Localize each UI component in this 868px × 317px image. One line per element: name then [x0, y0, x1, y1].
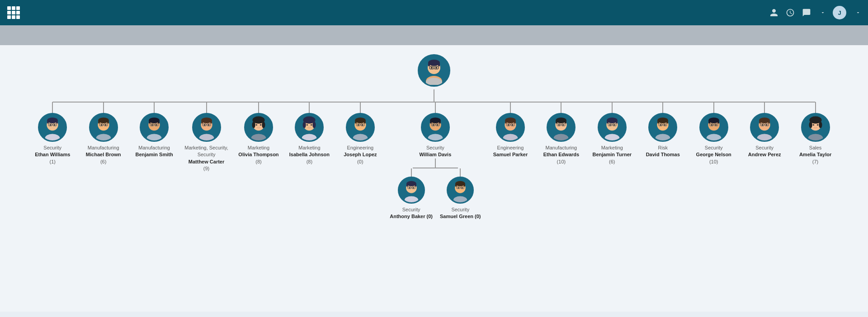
child-vline-13	[764, 102, 765, 113]
chat-icon[interactable]	[802, 8, 811, 17]
node-root[interactable]	[414, 54, 454, 89]
svg-point-20	[54, 124, 55, 126]
company-selector[interactable]	[818, 10, 826, 15]
svg-point-79	[358, 124, 359, 126]
child-wrapper-0: SecurityEthan Williams(1)	[28, 102, 77, 165]
svg-point-190	[816, 124, 818, 126]
child-node-13[interactable]: SecurityAndrew Perez	[744, 113, 785, 158]
sub-child-vline-0	[411, 168, 412, 177]
svg-point-61	[252, 121, 255, 128]
svg-point-64	[260, 124, 261, 126]
svg-point-173	[757, 134, 772, 142]
child-node-10[interactable]: MarketingBenjamin Turner(6)	[592, 113, 632, 165]
svg-rect-177	[768, 120, 770, 124]
svg-point-71	[307, 124, 308, 126]
svg-point-80	[362, 124, 363, 126]
child-wrapper-6: EngineeringJoseph Lopez(0)	[335, 102, 385, 165]
child-name-8: Samuel Parker	[493, 151, 528, 158]
svg-rect-122	[514, 120, 516, 124]
children-row: SecurityEthan Williams(1) ManufacturingM…	[27, 102, 841, 220]
child-name-0: Ethan Williams	[35, 151, 70, 158]
sub-child-vline-1	[460, 168, 461, 177]
svg-point-112	[458, 187, 459, 188]
sub-child-node-0[interactable]: SecurityAnthony Baker (0)	[390, 177, 433, 220]
child-avatar-4	[244, 113, 273, 142]
child-vline-14	[815, 102, 816, 113]
svg-point-58	[251, 134, 266, 142]
child-vline-7	[435, 102, 436, 113]
svg-point-124	[512, 124, 513, 126]
child-avatar-6	[346, 113, 375, 142]
sub-child-node-1[interactable]: SecuritySamuel Green (0)	[440, 177, 481, 220]
children-section: SecurityEthan Williams(1) ManufacturingM…	[27, 102, 841, 220]
navbar: J	[0, 0, 868, 25]
svg-point-53	[208, 124, 209, 126]
svg-point-62	[262, 121, 265, 128]
sub-children-container: SecurityAnthony Baker (0) SecuritySamuel…	[390, 168, 481, 220]
child-node-9[interactable]: ManufacturingEthan Edwards(10)	[541, 113, 581, 165]
child-wrapper-7: SecurityWilliam Davis SecurityAnthony Ba…	[386, 102, 484, 220]
svg-point-90	[433, 124, 434, 126]
svg-point-179	[766, 124, 767, 126]
child-dept-8: Engineering	[493, 145, 528, 151]
child-node-4[interactable]: MarketingOlivia Thompson(8)	[238, 113, 279, 165]
svg-rect-39	[149, 120, 151, 124]
svg-point-41	[151, 124, 153, 126]
child-node-8[interactable]: EngineeringSamuel Parker	[490, 113, 531, 158]
child-dept-11: Risk	[646, 145, 680, 151]
child-vline-11	[662, 102, 663, 113]
child-node-6[interactable]: EngineeringJoseph Lopez(0)	[340, 113, 381, 165]
child-name-3: Matthew Carter	[184, 158, 229, 165]
child-dept-7: Security	[419, 145, 451, 151]
person-icon[interactable]	[769, 8, 778, 17]
svg-rect-88	[430, 120, 432, 124]
child-dept-0: Security	[35, 145, 70, 151]
svg-point-167	[711, 124, 712, 126]
child-node-0[interactable]: SecurityEthan Williams(1)	[32, 113, 73, 165]
svg-rect-133	[565, 120, 567, 124]
svg-rect-132	[556, 120, 558, 124]
child-node-11[interactable]: RiskDavid Thomas	[642, 113, 683, 158]
child-count-0: (1)	[35, 158, 70, 165]
child-vline-10	[612, 102, 613, 113]
child-node-14[interactable]: SalesAmelia Taylor(7)	[795, 113, 836, 165]
child-avatar-13	[750, 113, 779, 142]
sub-children-row: SecurityAnthony Baker (0) SecuritySamuel…	[390, 168, 481, 220]
child-avatar-0	[38, 113, 67, 142]
child-wrapper-10: MarketingBenjamin Turner(6)	[587, 102, 637, 165]
child-wrapper-2: ManufacturingBenjamin Smith	[129, 102, 179, 158]
svg-point-25	[96, 134, 111, 142]
svg-point-14	[45, 134, 60, 142]
child-dept-1: Manufacturing	[86, 145, 121, 151]
child-name-7: William Davis	[419, 151, 451, 158]
svg-point-69	[303, 121, 306, 128]
subheader	[0, 25, 868, 45]
child-node-5[interactable]: MarketingIsabella Johnson(8)	[289, 113, 330, 165]
child-vline-6	[360, 102, 361, 113]
child-dept-2: Manufacturing	[136, 145, 173, 151]
sub-child-wrapper-0: SecurityAnthony Baker (0)	[390, 168, 433, 220]
child-wrapper-8: EngineeringSamuel Parker	[486, 102, 535, 158]
child-node-7[interactable]: SecurityWilliam Davis	[415, 113, 456, 158]
child-node-12[interactable]: SecurityGeorge Nelson(10)	[693, 113, 734, 165]
clock-icon[interactable]	[786, 8, 795, 17]
child-avatar-10	[598, 113, 627, 142]
child-node-2[interactable]: ManufacturingBenjamin Smith	[134, 113, 175, 158]
svg-point-102	[412, 187, 414, 188]
child-wrapper-3: Marketing, Security, SecurityMatthew Car…	[180, 102, 233, 172]
user-menu[interactable]	[854, 10, 861, 15]
svg-point-178	[762, 124, 763, 126]
svg-rect-18	[56, 120, 58, 124]
svg-point-156	[660, 124, 661, 126]
child-node-1[interactable]: ManufacturingMichael Brown(6)	[83, 113, 124, 165]
svg-point-30	[100, 124, 102, 126]
child-node-3[interactable]: Marketing, Security, SecurityMatthew Car…	[184, 113, 229, 172]
org-chart: SecurityEthan Williams(1) ManufacturingM…	[0, 54, 868, 220]
grid-menu-icon[interactable]	[7, 6, 20, 19]
svg-point-151	[656, 134, 670, 142]
child-wrapper-12: SecurityGeorge Nelson(10)	[689, 102, 739, 165]
child-avatar-14	[801, 113, 830, 142]
child-name-10: Benjamin Turner	[593, 151, 632, 158]
svg-point-63	[256, 124, 257, 126]
child-dept-13: Security	[748, 145, 781, 151]
